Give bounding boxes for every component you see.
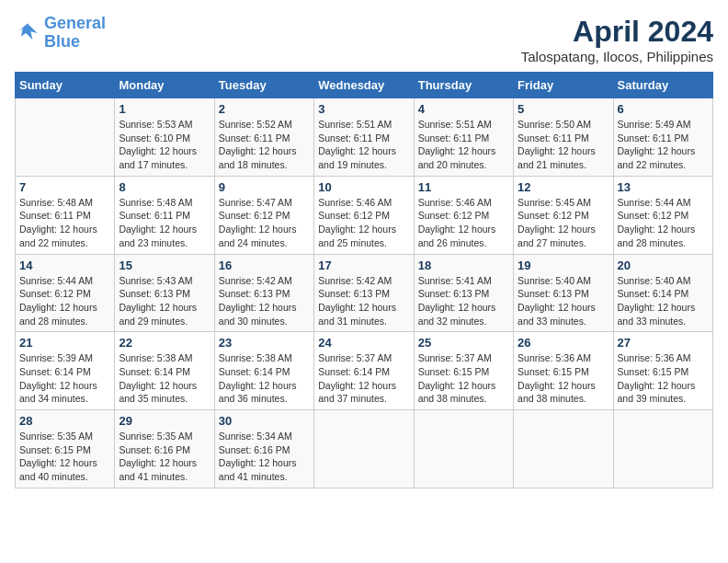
calendar-cell: 5Sunrise: 5:50 AMSunset: 6:11 PMDaylight… [514, 98, 613, 177]
day-info: Sunrise: 5:46 AMSunset: 6:12 PMDaylight:… [418, 196, 509, 250]
calendar-cell: 30Sunrise: 5:34 AMSunset: 6:16 PMDayligh… [214, 410, 313, 488]
calendar-cell: 1Sunrise: 5:53 AMSunset: 6:10 PMDaylight… [115, 98, 214, 177]
logo-text: General Blue [44, 15, 106, 52]
svg-marker-0 [18, 23, 38, 40]
day-number: 27 [618, 336, 709, 350]
day-info: Sunrise: 5:49 AMSunset: 6:11 PMDaylight:… [618, 118, 709, 172]
day-info: Sunrise: 5:42 AMSunset: 6:13 PMDaylight:… [318, 274, 409, 328]
logo-icon [15, 20, 40, 46]
weekday-header-saturday: Saturday [613, 73, 712, 98]
day-number: 30 [219, 414, 310, 428]
day-number: 8 [119, 180, 210, 194]
day-info: Sunrise: 5:43 AMSunset: 6:13 PMDaylight:… [119, 274, 210, 328]
calendar-cell: 11Sunrise: 5:46 AMSunset: 6:12 PMDayligh… [414, 176, 513, 254]
calendar-subtitle: Talospatang, Ilocos, Philippines [521, 49, 713, 64]
calendar-cell: 4Sunrise: 5:51 AMSunset: 6:11 PMDaylight… [414, 98, 513, 177]
day-info: Sunrise: 5:47 AMSunset: 6:12 PMDaylight:… [219, 196, 310, 250]
day-info: Sunrise: 5:37 AMSunset: 6:15 PMDaylight:… [418, 351, 509, 406]
calendar-table: SundayMondayTuesdayWednesdayThursdayFrid… [15, 72, 713, 488]
calendar-cell: 7Sunrise: 5:48 AMSunset: 6:11 PMDaylight… [16, 176, 115, 254]
calendar-cell [16, 98, 115, 177]
day-number: 24 [318, 336, 409, 350]
day-info: Sunrise: 5:40 AMSunset: 6:13 PMDaylight:… [518, 274, 609, 328]
day-number: 17 [318, 259, 409, 272]
day-number: 11 [418, 180, 509, 194]
day-number: 1 [119, 102, 210, 116]
day-info: Sunrise: 5:51 AMSunset: 6:11 PMDaylight:… [418, 118, 509, 172]
day-number: 3 [318, 102, 409, 116]
day-number: 18 [418, 259, 509, 272]
day-info: Sunrise: 5:44 AMSunset: 6:12 PMDaylight:… [618, 196, 709, 250]
weekday-header-monday: Monday [115, 73, 214, 98]
calendar-cell: 29Sunrise: 5:35 AMSunset: 6:16 PMDayligh… [115, 410, 214, 488]
week-row-4: 21Sunrise: 5:39 AMSunset: 6:14 PMDayligh… [16, 332, 713, 410]
day-info: Sunrise: 5:34 AMSunset: 6:16 PMDaylight:… [219, 430, 310, 484]
day-info: Sunrise: 5:51 AMSunset: 6:11 PMDaylight:… [318, 118, 409, 172]
weekday-header-friday: Friday [514, 73, 613, 98]
day-number: 19 [518, 259, 609, 272]
day-number: 21 [19, 336, 110, 350]
title-block: April 2024 Talospatang, Ilocos, Philippi… [521, 15, 713, 64]
day-info: Sunrise: 5:48 AMSunset: 6:11 PMDaylight:… [19, 196, 110, 250]
calendar-cell: 25Sunrise: 5:37 AMSunset: 6:15 PMDayligh… [414, 332, 513, 410]
calendar-cell: 10Sunrise: 5:46 AMSunset: 6:12 PMDayligh… [314, 176, 414, 254]
day-info: Sunrise: 5:44 AMSunset: 6:12 PMDaylight:… [19, 274, 110, 328]
day-number: 13 [618, 180, 709, 194]
day-number: 15 [119, 259, 210, 272]
day-info: Sunrise: 5:38 AMSunset: 6:14 PMDaylight:… [119, 351, 210, 406]
weekday-header-thursday: Thursday [414, 73, 513, 98]
calendar-cell: 17Sunrise: 5:42 AMSunset: 6:13 PMDayligh… [314, 254, 414, 332]
day-number: 29 [119, 414, 210, 428]
day-info: Sunrise: 5:39 AMSunset: 6:14 PMDaylight:… [19, 351, 110, 406]
calendar-title: April 2024 [521, 15, 713, 49]
calendar-cell: 3Sunrise: 5:51 AMSunset: 6:11 PMDaylight… [314, 98, 414, 177]
day-number: 6 [618, 102, 709, 116]
calendar-cell: 6Sunrise: 5:49 AMSunset: 6:11 PMDaylight… [613, 98, 712, 177]
week-row-2: 7Sunrise: 5:48 AMSunset: 6:11 PMDaylight… [16, 176, 713, 254]
day-number: 22 [119, 336, 210, 350]
day-info: Sunrise: 5:42 AMSunset: 6:13 PMDaylight:… [219, 274, 310, 328]
logo-blue: Blue [44, 32, 80, 51]
day-info: Sunrise: 5:35 AMSunset: 6:15 PMDaylight:… [19, 430, 110, 484]
calendar-cell: 16Sunrise: 5:42 AMSunset: 6:13 PMDayligh… [214, 254, 313, 332]
weekday-header-wednesday: Wednesday [314, 73, 414, 98]
calendar-cell: 21Sunrise: 5:39 AMSunset: 6:14 PMDayligh… [16, 332, 115, 410]
calendar-cell: 28Sunrise: 5:35 AMSunset: 6:15 PMDayligh… [16, 410, 115, 488]
day-info: Sunrise: 5:40 AMSunset: 6:14 PMDaylight:… [618, 274, 709, 328]
day-info: Sunrise: 5:41 AMSunset: 6:13 PMDaylight:… [418, 274, 509, 328]
day-number: 10 [318, 180, 409, 194]
calendar-cell: 19Sunrise: 5:40 AMSunset: 6:13 PMDayligh… [514, 254, 613, 332]
weekday-header-sunday: Sunday [16, 73, 115, 98]
calendar-cell: 23Sunrise: 5:38 AMSunset: 6:14 PMDayligh… [214, 332, 313, 410]
day-info: Sunrise: 5:48 AMSunset: 6:11 PMDaylight:… [119, 196, 210, 250]
calendar-cell: 22Sunrise: 5:38 AMSunset: 6:14 PMDayligh… [115, 332, 214, 410]
calendar-cell: 15Sunrise: 5:43 AMSunset: 6:13 PMDayligh… [115, 254, 214, 332]
week-row-1: 1Sunrise: 5:53 AMSunset: 6:10 PMDaylight… [16, 98, 713, 177]
day-info: Sunrise: 5:53 AMSunset: 6:10 PMDaylight:… [119, 118, 210, 172]
day-info: Sunrise: 5:36 AMSunset: 6:15 PMDaylight:… [518, 351, 609, 406]
calendar-cell [314, 410, 414, 488]
weekday-header-tuesday: Tuesday [214, 73, 313, 98]
day-number: 2 [219, 102, 310, 116]
day-number: 9 [219, 180, 310, 194]
day-number: 5 [518, 102, 609, 116]
calendar-cell: 20Sunrise: 5:40 AMSunset: 6:14 PMDayligh… [613, 254, 712, 332]
calendar-cell: 24Sunrise: 5:37 AMSunset: 6:14 PMDayligh… [314, 332, 414, 410]
day-number: 28 [19, 414, 110, 428]
day-number: 20 [618, 259, 709, 272]
day-number: 14 [19, 259, 110, 272]
day-number: 4 [418, 102, 509, 116]
day-info: Sunrise: 5:38 AMSunset: 6:14 PMDaylight:… [219, 351, 310, 406]
day-info: Sunrise: 5:36 AMSunset: 6:15 PMDaylight:… [618, 351, 709, 406]
week-row-3: 14Sunrise: 5:44 AMSunset: 6:12 PMDayligh… [16, 254, 713, 332]
logo: General Blue [15, 15, 106, 52]
calendar-cell [414, 410, 513, 488]
day-info: Sunrise: 5:35 AMSunset: 6:16 PMDaylight:… [119, 430, 210, 484]
day-number: 23 [219, 336, 310, 350]
page-header: General Blue April 2024 Talospatang, Ilo… [15, 15, 713, 64]
day-info: Sunrise: 5:37 AMSunset: 6:14 PMDaylight:… [318, 351, 409, 406]
day-number: 16 [219, 259, 310, 272]
day-number: 26 [518, 336, 609, 350]
day-number: 25 [418, 336, 509, 350]
logo-general: General [44, 14, 106, 32]
